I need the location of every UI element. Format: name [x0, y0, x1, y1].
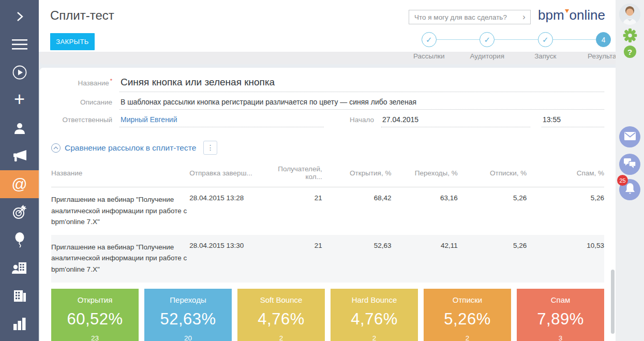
metric-count: 2 [466, 334, 470, 341]
sidebar-item-accounts[interactable] [0, 254, 39, 282]
building-icon [12, 289, 27, 303]
metric-card-opens: Открытия 60,52% 23 [51, 289, 139, 341]
sidebar-item-add[interactable]: + [0, 86, 39, 114]
sidebar-item-contacts[interactable] [0, 114, 39, 142]
table-row[interactable]: Приглашение на вебинар "Получение аналит… [51, 235, 604, 283]
left-sidebar: + @ [0, 0, 39, 341]
email-button[interactable] [619, 126, 640, 147]
chevron-right-icon [14, 11, 25, 22]
field-row-owner-start: Ответственный Мирный Евгений Начало 27.0… [51, 114, 604, 127]
field-row-description: Описание В шаблонах рассылки кнопка реги… [51, 97, 604, 110]
metric-card-soft-bounce: Soft Bounce 4,76% 2 [237, 289, 325, 341]
sidebar-item-events[interactable] [0, 226, 39, 254]
field-row-name: Название* Синяя кнопка или зеленая кнопк… [51, 76, 604, 92]
sidebar-item-leads[interactable] [0, 198, 39, 226]
sidebar-item-process[interactable] [0, 58, 39, 86]
row-sent: 28.04.2015 13:28 [189, 187, 261, 235]
name-field-label: Название* [51, 79, 112, 87]
sidebar-item-analytics[interactable] [0, 310, 39, 338]
metric-count: 2 [372, 334, 377, 341]
row-opens: 52,63 [322, 235, 392, 283]
col-recipients[interactable]: Получателей, кол... [261, 162, 322, 187]
owner-field-label: Ответственный [51, 116, 112, 124]
row-name-link[interactable]: Приглашение на вебинар "Получение аналит… [51, 187, 189, 235]
start-date-value[interactable]: 27.04.2015 [381, 114, 530, 127]
metric-count: 20 [184, 334, 192, 341]
balloon-icon [14, 232, 25, 248]
sidebar-item-expand[interactable] [0, 3, 39, 31]
table-row[interactable]: Приглашение на вебинар "Получение аналит… [51, 187, 604, 235]
person-icon [13, 122, 26, 135]
metric-percent: 52,63% [160, 310, 216, 329]
col-clicks[interactable]: Переходы, % [391, 162, 457, 187]
metric-title: Открытия [78, 295, 113, 304]
step-launch-label: Запуск [534, 52, 556, 60]
metric-percent: 60,52% [67, 310, 123, 329]
section-menu-button[interactable]: ⋮ [203, 141, 217, 155]
at-sign-icon: @ [11, 175, 27, 193]
description-field-label: Описание [51, 98, 112, 106]
metric-card-unsubscribes: Отписки 5,26% 2 [424, 289, 511, 341]
comparison-section-title[interactable]: Сравнение рассылок в сплит-тесте [65, 143, 196, 153]
target-icon [12, 204, 27, 220]
row-clicks: 63,16 [391, 187, 457, 235]
row-spam: 5,26 [527, 187, 604, 235]
metric-percent: 7,89% [537, 310, 583, 329]
col-opens[interactable]: Открытия, % [322, 162, 392, 187]
collapse-chevron-icon[interactable] [51, 143, 61, 153]
play-circle-icon [12, 65, 27, 80]
col-name[interactable]: Название [51, 162, 189, 187]
table-header-row: Название Отправка заверш... Получателей,… [51, 162, 604, 187]
owner-field-value[interactable]: Мирный Евгений [119, 114, 324, 127]
hamburger-menu-icon [12, 39, 27, 50]
step-mailings-circle[interactable]: ✓ [422, 32, 437, 47]
required-asterisk: * [110, 78, 112, 84]
mail-icon [624, 132, 636, 142]
col-sent[interactable]: Отправка заверш... [189, 162, 261, 187]
plus-icon: + [14, 90, 25, 109]
command-line-search: › [409, 10, 531, 24]
metric-count: 23 [91, 334, 99, 341]
comparison-section-header: Сравнение рассылок в сплит-тесте ⋮ [51, 141, 604, 155]
sidebar-item-menu[interactable] [0, 31, 39, 58]
metric-card-spam: Спам 7,89% 3 [517, 289, 604, 341]
row-unsubscribes: 5,26 [458, 187, 527, 235]
step-launch: ✓ Запуск [516, 32, 575, 60]
name-field-value[interactable]: Синяя кнопка или зеленая кнопка [119, 76, 604, 92]
chat-button[interactable] [619, 154, 640, 175]
step-results-circle[interactable]: 4 [596, 32, 611, 47]
close-button[interactable]: ЗАКРЫТЬ [50, 33, 95, 50]
description-field-value[interactable]: В шаблонах рассылки кнопка регистрации р… [119, 97, 604, 110]
sidebar-item-email-marketing[interactable]: @ [0, 170, 39, 198]
help-question-icon[interactable]: ? [624, 46, 636, 58]
metric-percent: 4,76% [351, 310, 397, 329]
metric-count: 2 [279, 334, 283, 341]
sidebar-item-companies[interactable] [0, 282, 39, 310]
metric-card-hard-bounce: Hard Bounce 4,76% 2 [331, 289, 418, 341]
wizard-steps: ✓ Рассылки ✓ Аудитория ✓ Запуск 4 Резуль… [400, 32, 616, 63]
search-submit-icon[interactable]: › [518, 12, 530, 22]
metric-cards: Открытия 60,52% 23 Переходы 52,63% 20 So… [51, 289, 604, 341]
search-input[interactable] [409, 13, 518, 21]
step-audience-circle[interactable]: ✓ [480, 32, 495, 47]
bpmonline-logo: bpmonline [538, 7, 605, 23]
row-recipients: 21 [261, 187, 322, 235]
metric-percent: 4,76% [258, 310, 304, 329]
steps-connector-line [429, 39, 603, 40]
step-mailings: ✓ Рассылки [400, 32, 458, 60]
start-time-value[interactable]: 13:55 [542, 114, 604, 127]
step-audience-label: Аудитория [470, 52, 504, 60]
settings-gear-icon[interactable] [623, 28, 637, 45]
step-launch-circle[interactable]: ✓ [538, 32, 553, 47]
col-spam[interactable]: Спам, % [527, 162, 604, 187]
metric-title: Отписки [453, 295, 482, 304]
logo-accent-triangle [565, 9, 569, 13]
metric-percent: 5,26% [444, 310, 490, 329]
row-name-link[interactable]: Приглашение на вебинар "Получение аналит… [51, 235, 189, 283]
user-avatar[interactable] [619, 4, 640, 25]
sidebar-item-marketing[interactable] [0, 142, 39, 170]
step-audience: ✓ Аудитория [458, 32, 517, 60]
vertical-scrollbar-thumb[interactable] [611, 270, 615, 334]
row-opens: 68,42 [322, 187, 392, 235]
col-unsubscribes[interactable]: Отписки, % [458, 162, 527, 187]
